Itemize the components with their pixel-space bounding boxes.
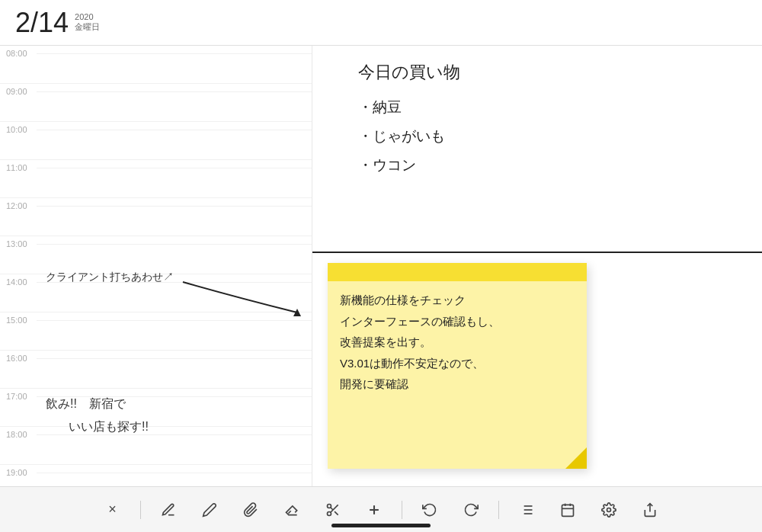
toolbar-divider-2 bbox=[402, 501, 402, 519]
time-divider bbox=[37, 358, 312, 359]
pen-tool-button[interactable] bbox=[155, 496, 182, 524]
time-slot: 18:00 bbox=[0, 427, 312, 465]
share-icon bbox=[642, 502, 658, 518]
time-label: 14:00 bbox=[0, 274, 37, 287]
calendar-button[interactable] bbox=[554, 496, 581, 524]
date-day: 金曜日 bbox=[75, 21, 100, 33]
paperclip-icon bbox=[243, 502, 258, 518]
close-button[interactable]: × bbox=[99, 496, 126, 524]
time-slot: 12:00 bbox=[0, 198, 312, 236]
scissors-icon bbox=[325, 502, 341, 518]
list-icon bbox=[519, 502, 534, 518]
svg-point-18 bbox=[607, 508, 610, 511]
calendar-icon bbox=[560, 502, 575, 518]
time-slots: 08:0009:0010:0011:0012:0013:0014:0015:00… bbox=[0, 46, 312, 486]
eraser-icon bbox=[284, 502, 299, 518]
pencil-icon bbox=[202, 502, 217, 518]
sticky-line5: 開発に要確認 bbox=[340, 374, 575, 394]
time-divider bbox=[37, 320, 312, 321]
time-slot: 13:00 bbox=[0, 236, 312, 274]
time-label: 11:00 bbox=[0, 160, 37, 172]
date-sub: 2020 金曜日 bbox=[75, 12, 100, 33]
time-label: 15:00 bbox=[0, 312, 37, 325]
redo-icon bbox=[463, 502, 479, 518]
calendar-note-meeting: クライアント打ちあわせ↗ bbox=[46, 271, 174, 284]
time-label: 13:00 bbox=[0, 236, 37, 248]
shopping-item-2: ・じゃがいも bbox=[358, 122, 460, 151]
svg-line-5 bbox=[330, 507, 332, 509]
pencil-tool-button[interactable] bbox=[196, 496, 223, 524]
undo-icon bbox=[422, 502, 437, 518]
time-label: 12:00 bbox=[0, 198, 37, 210]
time-divider bbox=[37, 168, 312, 168]
toolbar-divider-3 bbox=[498, 501, 499, 519]
sticky-line2: インターフェースの確認もし、 bbox=[340, 312, 575, 332]
svg-rect-14 bbox=[562, 505, 573, 516]
add-button[interactable] bbox=[360, 496, 388, 524]
list-button[interactable] bbox=[513, 496, 540, 524]
svg-line-4 bbox=[335, 511, 338, 515]
time-slot: 11:00 bbox=[0, 160, 312, 198]
time-slot: 10:00 bbox=[0, 122, 312, 160]
note-divider bbox=[312, 252, 762, 253]
date-main: 2/14 bbox=[15, 9, 69, 37]
calendar-column: 08:0009:0010:0011:0012:0013:0014:0015:00… bbox=[0, 46, 312, 486]
time-divider bbox=[37, 53, 312, 54]
time-divider bbox=[37, 206, 312, 207]
time-divider bbox=[37, 473, 312, 473]
time-divider bbox=[37, 244, 312, 245]
pen-icon bbox=[161, 502, 176, 518]
time-slot: 09:00 bbox=[0, 84, 312, 122]
calendar-note-drinks1: 飲み!! 新宿で bbox=[46, 396, 126, 412]
attach-button[interactable] bbox=[237, 496, 264, 524]
shopping-title: 今日の買い物 bbox=[358, 61, 460, 84]
time-label: 08:00 bbox=[0, 46, 37, 58]
gear-icon bbox=[601, 502, 616, 518]
time-label: 09:00 bbox=[0, 84, 37, 96]
sticky-line4: V3.01は動作不安定なので、 bbox=[340, 354, 575, 373]
svg-point-2 bbox=[327, 511, 331, 515]
sticky-fold bbox=[565, 447, 587, 469]
time-label: 10:00 bbox=[0, 122, 37, 134]
time-label: 17:00 bbox=[0, 389, 37, 401]
main-container: 08:0009:0010:0011:0012:0013:0014:0015:00… bbox=[0, 46, 762, 486]
sticky-line3: 改善提案を出す。 bbox=[340, 332, 575, 352]
settings-button[interactable] bbox=[595, 496, 623, 524]
time-slot: 15:00 bbox=[0, 312, 312, 351]
share-button[interactable] bbox=[636, 496, 664, 524]
time-label: 19:00 bbox=[0, 465, 37, 477]
note-area[interactable]: 今日の買い物 ・納豆 ・じゃがいも ・ウコン 新機能の仕様をチェック インターフ… bbox=[312, 46, 762, 486]
toolbar-divider-1 bbox=[140, 501, 141, 519]
shopping-items: ・納豆 ・じゃがいも ・ウコン bbox=[358, 93, 460, 180]
header: 2/14 2020 金曜日 bbox=[0, 0, 762, 46]
shopping-item-1: ・納豆 bbox=[358, 93, 460, 122]
lasso-button[interactable] bbox=[319, 496, 347, 524]
time-divider bbox=[37, 91, 312, 92]
date-year: 2020 bbox=[75, 12, 100, 21]
shopping-list: 今日の買い物 ・納豆 ・じゃがいも ・ウコン bbox=[358, 61, 460, 180]
sticky-header bbox=[328, 263, 587, 281]
plus-icon bbox=[367, 502, 382, 518]
time-slot: 19:00 bbox=[0, 465, 312, 486]
time-label: 18:00 bbox=[0, 427, 37, 439]
eraser-button[interactable] bbox=[278, 496, 306, 524]
time-label: 16:00 bbox=[0, 351, 37, 363]
home-bar bbox=[331, 524, 431, 527]
sticky-note[interactable]: 新機能の仕様をチェック インターフェースの確認もし、 改善提案を出す。 V3.0… bbox=[328, 263, 587, 469]
shopping-item-3: ・ウコン bbox=[358, 151, 460, 180]
time-slot: 16:00 bbox=[0, 351, 312, 389]
svg-point-1 bbox=[327, 504, 331, 508]
sticky-line1: 新機能の仕様をチェック bbox=[340, 290, 575, 310]
undo-button[interactable] bbox=[416, 496, 443, 524]
time-divider bbox=[37, 130, 312, 130]
calendar-note-drinks2: いい店も探す!! bbox=[69, 419, 149, 435]
redo-button[interactable] bbox=[457, 496, 485, 524]
time-slot: 08:00 bbox=[0, 46, 312, 84]
